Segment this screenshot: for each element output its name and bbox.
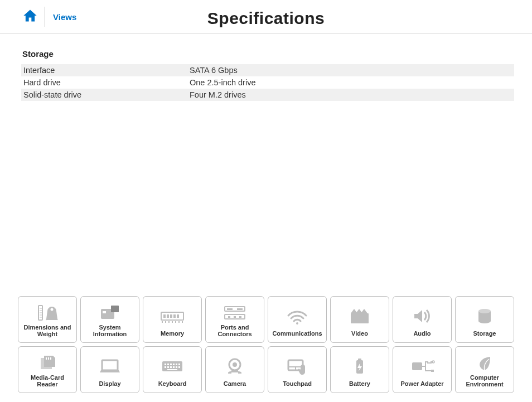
communications-icon [284,302,311,330]
tile-label: Display [99,380,120,388]
spec-table: Interface SATA 6 Gbps Hard drive One 2.5… [21,64,514,101]
svg-rect-27 [228,316,230,318]
tile-media-card-reader[interactable]: Media-Card Reader [18,346,77,393]
svg-rect-9 [103,311,106,313]
tile-ports-connectors[interactable]: Ports and Connectors [205,296,264,343]
svg-point-30 [296,322,298,324]
media-card-reader-icon [34,352,61,374]
display-icon [96,352,123,380]
tile-label: Communications [272,330,322,338]
svg-rect-15 [177,314,179,318]
views-link[interactable]: Views [53,12,76,22]
camera-icon [221,352,248,380]
tile-memory[interactable]: Memory [143,296,202,343]
tile-label: Power Adapter [400,380,443,388]
tile-display[interactable]: Display [80,346,139,393]
tile-label: Touchpad [283,380,312,388]
power-adapter-icon [409,352,436,380]
spec-value: One 2.5-inch drive [190,78,514,87]
tile-label: Camera [224,380,246,388]
spec-label: Solid-state drive [21,90,190,99]
svg-point-6 [51,308,54,311]
header: Views Specifications [0,0,532,33]
battery-icon [346,352,373,380]
tile-label: System Information [93,324,127,338]
audio-icon [409,302,436,330]
tile-dimensions-weight[interactable]: Dimensions and Weight [18,296,77,343]
tile-power-adapter[interactable]: Power Adapter [393,346,452,393]
svg-rect-40 [102,360,118,370]
tile-label: Ports and Connectors [217,324,252,338]
svg-rect-29 [239,316,241,318]
svg-rect-45 [173,364,175,365]
svg-rect-51 [173,366,175,368]
tile-audio[interactable]: Audio [393,296,452,343]
tile-computer-environment[interactable]: Computer Environment [455,346,514,393]
svg-rect-13 [170,314,172,318]
table-row: Hard drive One 2.5-inch drive [21,76,514,89]
svg-rect-31 [351,313,369,323]
spec-label: Hard drive [21,78,190,87]
memory-icon [159,302,186,330]
svg-rect-8 [111,306,119,312]
svg-rect-39 [50,357,51,360]
svg-rect-66 [431,370,434,372]
svg-rect-38 [48,357,49,360]
tile-camera[interactable]: Camera [205,346,264,393]
tile-label: Keyboard [158,380,187,388]
tile-label: Dimensions and Weight [24,324,71,338]
tile-label: Storage [473,330,496,338]
home-icon [22,8,38,26]
tile-label: Computer Environment [466,374,503,388]
svg-point-36 [478,309,491,313]
svg-rect-48 [165,366,166,368]
svg-marker-34 [361,309,367,313]
svg-rect-25 [237,308,243,310]
tile-touchpad[interactable]: Touchpad [268,346,327,393]
category-grid: Dimensions and Weight System Information… [18,296,514,393]
table-row: Interface SATA 6 Gbps [21,64,514,76]
svg-rect-44 [170,364,172,365]
home-button[interactable] [19,6,41,28]
svg-rect-62 [358,359,361,361]
svg-rect-49 [167,366,169,368]
video-icon [346,302,373,330]
spec-value: SATA 6 Gbps [190,66,514,75]
tile-video[interactable]: Video [330,296,389,343]
tile-keyboard[interactable]: Keyboard [143,346,202,393]
svg-rect-50 [170,366,172,368]
svg-rect-28 [234,316,236,318]
table-row: Solid-state drive Four M.2 drives [21,89,514,101]
svg-rect-52 [176,366,177,368]
tile-label: Media-Card Reader [31,374,64,388]
touchpad-icon [284,352,311,380]
environment-icon [471,352,498,374]
section-title: Storage [21,49,514,59]
system-information-icon [96,302,123,324]
tile-label: Audio [413,330,431,338]
tile-communications[interactable]: Communications [268,296,327,343]
svg-point-56 [233,362,237,367]
spec-label: Interface [21,66,190,75]
dimensions-weight-icon [34,302,61,324]
header-left: Views [19,0,76,33]
svg-rect-57 [231,370,238,372]
tile-system-information[interactable]: System Information [80,296,139,343]
content: Storage Interface SATA 6 Gbps Hard drive… [0,33,532,101]
svg-rect-42 [165,364,166,365]
svg-rect-43 [167,364,169,365]
svg-rect-64 [412,362,422,370]
divider [45,7,45,27]
spec-value: Four M.2 drives [190,90,514,99]
ports-connectors-icon [221,302,248,324]
tile-battery[interactable]: Battery [330,346,389,393]
tile-storage[interactable]: Storage [455,296,514,343]
tile-label: Video [351,330,368,338]
tile-label: Memory [161,330,184,338]
svg-rect-11 [163,314,166,318]
page-title: Specifications [0,9,532,28]
svg-rect-54 [167,369,177,370]
svg-rect-37 [46,357,47,360]
svg-rect-14 [173,314,176,318]
svg-rect-47 [178,364,180,365]
